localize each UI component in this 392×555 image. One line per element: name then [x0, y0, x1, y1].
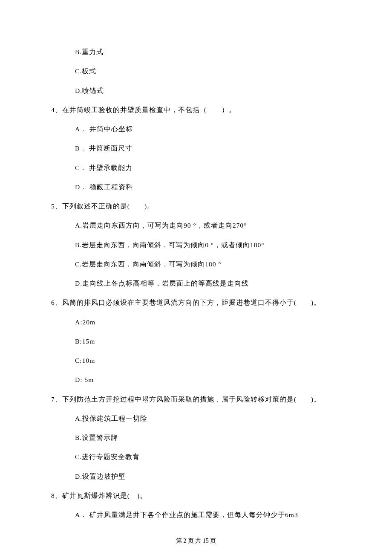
question-text: 5、下列叙述不正确的是( )。	[51, 201, 341, 211]
option-text: B:15m	[51, 336, 341, 346]
option-text: D: 5m	[51, 375, 341, 384]
option-text: C.进行专题安全教育	[51, 452, 341, 462]
option-text: B． 井筒断面尺寸	[51, 143, 341, 153]
option-text: A． 井筒中心坐标	[51, 124, 341, 134]
option-text: B.岩层走向东西，向南倾斜，可写为倾向0 °，或者倾向180°	[51, 240, 341, 250]
option-text: C:10m	[51, 356, 341, 365]
option-text: B.重力式	[51, 47, 341, 57]
option-text: C． 井壁承载能力	[51, 163, 341, 173]
option-text: A． 矿井风量满足井下各个作业点的施工需要，但每人每分钟少于6m3	[51, 510, 341, 520]
option-text: A.岩层走向东西方向，可写为走向90 °，或者走向270°	[51, 220, 341, 230]
page-footer: 第 2 页 共 15 页	[0, 537, 392, 545]
option-text: A:20m	[51, 317, 341, 327]
option-text: B.设置警示牌	[51, 433, 341, 442]
question-text: 7、下列防范土方开挖过程中塌方风险而采取的措施，属于风险转移对策的是( )。	[51, 394, 341, 404]
question-text: 4、在井筒竣工验收的井壁质量检查中，不包括（ ）。	[51, 105, 341, 115]
option-text: D． 稳蔽工程资料	[51, 182, 341, 192]
option-text: C.板式	[51, 66, 341, 76]
option-text: C.岩层走向东西，向南倾斜，可写为倾向180 °	[51, 259, 341, 269]
option-text: D.喷锚式	[51, 86, 341, 95]
option-text: D.设置边坡护壁	[51, 471, 341, 481]
question-text: 6、风筒的排风口必须设在主要巷道风流方向的下方，距掘进巷道口不得小于( )。	[51, 298, 341, 307]
question-text: 8、矿井瓦斯爆炸辨识是( )。	[51, 491, 341, 500]
document-page: B.重力式C.板式D.喷锚式4、在井筒竣工验收的井壁质量检查中，不包括（ ）。A…	[0, 0, 392, 555]
option-text: D.走向线上各点标高相等，岩层面上的等高线是走向线	[51, 278, 341, 288]
content-area: B.重力式C.板式D.喷锚式4、在井筒竣工验收的井壁质量检查中，不包括（ ）。A…	[51, 47, 341, 520]
option-text: A.投保建筑工程一切险	[51, 413, 341, 423]
